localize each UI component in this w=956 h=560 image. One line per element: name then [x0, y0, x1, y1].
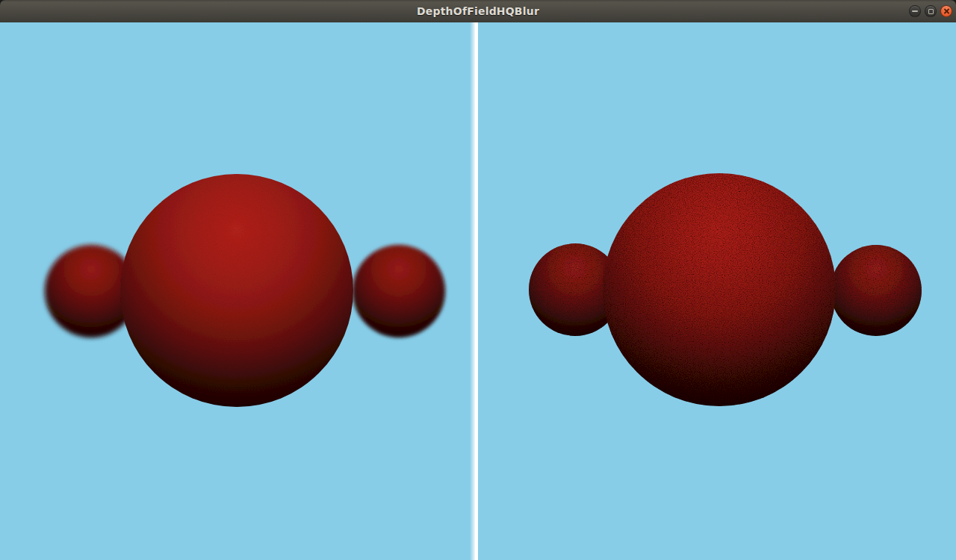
- render-viewport: [0, 22, 956, 560]
- app-window: DepthOfFieldHQBlur: [0, 0, 956, 560]
- right-pane-side-sphere-right: [831, 245, 922, 336]
- maximize-button[interactable]: [925, 5, 937, 17]
- left-pane-center-sphere: [120, 174, 353, 407]
- dof-smooth-render: [0, 22, 475, 560]
- titlebar[interactable]: DepthOfFieldHQBlur: [0, 0, 956, 22]
- window-controls: [909, 0, 952, 22]
- minimize-icon: [912, 10, 918, 12]
- pane-smooth-dof: [0, 22, 475, 560]
- dof-noise-render: [478, 22, 956, 560]
- left-pane-side-sphere-right: [353, 245, 445, 337]
- pane-noise-dof: [478, 22, 956, 560]
- close-icon: [943, 7, 950, 15]
- minimize-button[interactable]: [909, 5, 921, 17]
- right-pane-center-sphere: [603, 173, 836, 406]
- window-title: DepthOfFieldHQBlur: [417, 5, 539, 17]
- close-button[interactable]: [940, 5, 952, 17]
- maximize-icon: [928, 9, 934, 14]
